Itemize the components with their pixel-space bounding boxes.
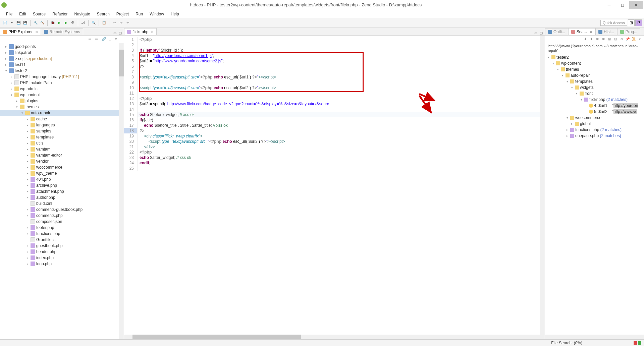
search-result-node[interactable]: ▾auto-repair xyxy=(545,72,644,78)
status-green-icon[interactable] xyxy=(638,341,641,345)
back-icon[interactable]: ⇦ xyxy=(88,37,93,42)
expand-icon[interactable]: ▸ xyxy=(25,117,30,121)
perspective-button[interactable]: ⊞ xyxy=(628,19,635,26)
status-red-icon[interactable] xyxy=(634,341,637,345)
expand-icon[interactable]: ▸ xyxy=(25,256,30,260)
tab-progress[interactable]: Prog... xyxy=(617,28,640,35)
code-line[interactable]: echo $after_widget; // xss ok xyxy=(138,155,545,160)
menu-refactor[interactable]: Refactor xyxy=(49,11,71,17)
expand-icon[interactable]: ▸ xyxy=(25,190,30,193)
code-line[interactable]: endif; xyxy=(138,160,545,166)
search-result-node[interactable]: ▾themes xyxy=(545,66,644,72)
expand-icon[interactable]: ▸ xyxy=(4,63,8,66)
tree-node[interactable]: ▸vendor xyxy=(0,158,124,164)
search-result-node[interactable]: ▾wp-content xyxy=(545,60,644,66)
tree-node[interactable]: ▸PHP Include Path xyxy=(0,80,124,86)
menu-search[interactable]: Search xyxy=(94,11,113,17)
expand-icon[interactable]: ▸ xyxy=(4,51,8,54)
code-area[interactable]: 1<?php23if ( !empty( $flickr_id ) ):4$ur… xyxy=(124,36,545,335)
code-line[interactable]: ?> xyxy=(138,64,545,69)
expand-icon[interactable]: ▸ xyxy=(25,184,30,187)
code-line[interactable] xyxy=(138,166,545,171)
tree-node[interactable]: ▸utils xyxy=(0,140,124,146)
tree-node[interactable]: ▸PHP Language Library [PHP 7.1] xyxy=(0,74,124,80)
expand-icon[interactable]: ▸ xyxy=(25,129,30,133)
expand-icon[interactable]: ▸ xyxy=(9,87,13,91)
tree-node[interactable]: Gruntfile.js xyxy=(0,237,124,243)
expand-icon[interactable]: ▸ xyxy=(25,135,30,139)
tree-node[interactable]: ▾tester2 xyxy=(0,68,124,74)
expand-icon[interactable]: ▸ xyxy=(565,128,569,131)
close-icon[interactable]: ✕ xyxy=(151,30,154,34)
search-result-node[interactable]: 5: $url2 = "http://www.yo xyxy=(545,109,644,115)
tree-node[interactable]: ▸languages xyxy=(0,122,124,128)
tab-php-explorer[interactable]: PHP Explorer ✕ xyxy=(0,28,41,35)
search-result-node[interactable]: ▸global xyxy=(545,121,644,127)
expand-icon[interactable]: ▸ xyxy=(25,141,30,145)
code-line[interactable]: <div class="flickr_wrap clearfix"> xyxy=(138,133,545,139)
tab-remote-systems[interactable]: Remote Systems xyxy=(41,28,83,35)
expand-icon[interactable]: ▾ xyxy=(15,105,19,109)
search-result-node[interactable]: ▾woocommerce xyxy=(545,115,644,121)
tab-search[interactable]: Sea...✕ xyxy=(568,28,595,35)
code-line[interactable] xyxy=(138,69,545,74)
run-icon[interactable]: ▶ xyxy=(56,20,62,26)
dropdown-icon[interactable]: ▾ xyxy=(9,20,15,26)
task-icon[interactable]: 📋 xyxy=(101,20,107,26)
search-result-node[interactable]: ▾tester2 xyxy=(545,54,644,60)
tree-node[interactable]: ▾themes xyxy=(0,104,124,110)
scrollbar-horizontal[interactable] xyxy=(545,335,644,339)
expand-icon[interactable]: ▸ xyxy=(25,172,30,175)
minimize-button[interactable]: ─ xyxy=(602,1,616,9)
debug-icon[interactable]: 🐞 xyxy=(50,20,56,26)
expand-icon[interactable]: ▾ xyxy=(551,62,555,65)
tree-node[interactable]: ▸comments-guestbook.php xyxy=(0,207,124,213)
tree-node[interactable]: ▸> sej [sej production] xyxy=(0,56,124,62)
expand-icon[interactable]: ▸ xyxy=(4,57,8,60)
menu-file[interactable]: File xyxy=(3,11,16,17)
search-result-node[interactable]: 4: $url1 = "http://yourdon xyxy=(545,103,644,109)
expand-icon[interactable]: ▸ xyxy=(25,123,30,127)
expand-icon[interactable]: ▾ xyxy=(575,92,579,95)
expand-icon[interactable]: ▾ xyxy=(579,98,583,101)
code-line[interactable]: <script type="text/javascript" src="<?ph… xyxy=(138,85,545,91)
expand-icon[interactable]: ▸ xyxy=(25,208,30,211)
close-button[interactable]: ✕ xyxy=(629,1,643,9)
expand-icon[interactable]: ▾ xyxy=(565,116,569,119)
collapse-icon[interactable]: ⊟ xyxy=(108,37,113,42)
expand-icon[interactable]: ▸ xyxy=(25,148,30,151)
code-line[interactable]: $url2 = "http://www.yourdomain.com/some2… xyxy=(138,58,545,64)
menu-edit[interactable]: Edit xyxy=(16,11,30,17)
tree-node[interactable]: ▾auto-repair xyxy=(0,110,124,116)
tree-node[interactable]: ▸vamtam xyxy=(0,146,124,152)
saveall-icon[interactable]: 💾 xyxy=(22,20,28,26)
minimize-view-icon[interactable]: ▭ xyxy=(533,31,538,35)
code-line[interactable]: echo $before_title . $title . $after_tit… xyxy=(138,123,545,128)
tab-outline[interactable]: Outli... xyxy=(545,28,568,35)
expand-icon[interactable]: ⊞ xyxy=(607,37,612,41)
tree-node[interactable]: ▸woocommerce xyxy=(0,164,124,170)
code-line[interactable]: $url1 = "http://yourdomain.com/some1.js"… xyxy=(138,53,545,58)
code-line[interactable]: <script type="text/javascript" src="<?ph… xyxy=(138,74,545,80)
tree-node[interactable]: ▸attachment.php xyxy=(0,188,124,194)
minimize-view-icon[interactable]: ▭ xyxy=(112,31,117,35)
menu-navigate[interactable]: Navigate xyxy=(71,11,93,17)
maximize-view-icon[interactable]: ▢ xyxy=(539,31,543,35)
quick-access-field[interactable]: Quick Access xyxy=(600,20,627,26)
tree-node[interactable]: ▸linkpatrol xyxy=(0,50,124,56)
menu-icon[interactable]: ▾ xyxy=(637,37,642,41)
code-line[interactable]: </div> xyxy=(138,144,545,150)
editor-tab-flickr[interactable]: flickr.php ✕ xyxy=(124,28,157,35)
rerun-icon[interactable]: ↻ xyxy=(619,37,624,41)
tree-node[interactable]: ▸plugins xyxy=(0,98,124,104)
expand-icon[interactable]: ▸ xyxy=(570,122,574,125)
close-icon[interactable]: ✕ xyxy=(35,30,38,34)
expand-icon[interactable]: ▾ xyxy=(546,56,550,59)
expand-icon[interactable]: ▾ xyxy=(556,68,560,71)
search-result-node[interactable]: ▸functions.php (2 matches) xyxy=(545,127,644,133)
expand-icon[interactable]: ▸ xyxy=(25,214,30,217)
expand-icon[interactable]: ▾ xyxy=(20,111,24,115)
expand-icon[interactable]: ▾ xyxy=(560,74,565,77)
menu-source[interactable]: Source xyxy=(30,11,49,17)
menu-window[interactable]: Window xyxy=(146,11,167,17)
